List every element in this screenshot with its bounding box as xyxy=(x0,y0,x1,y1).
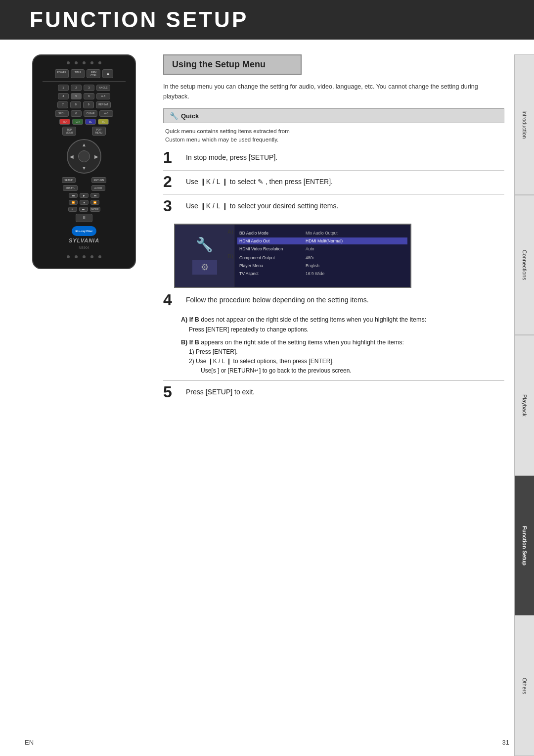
step4-b-sub2: 2) Use ❙K / L ❙ to select options, then … xyxy=(189,357,504,366)
remote-nav-left[interactable]: ◀ xyxy=(70,153,74,159)
remote-angle-btn[interactable]: ANGLE xyxy=(96,85,110,91)
setup-row-6: TV Aspect 16:9 Wide xyxy=(237,270,407,277)
remote-yellow-btn[interactable]: YL xyxy=(98,119,109,125)
step-2-text: Use ❙K / L ❙ to select ✎ , then press [E… xyxy=(186,178,333,186)
remote-rew-btn[interactable]: ⏪ xyxy=(69,200,78,205)
remote-nav-up[interactable]: ▲ xyxy=(82,142,87,147)
remote-red-btn[interactable]: RD xyxy=(59,119,70,125)
remote-next-btn[interactable]: ⏭ xyxy=(90,193,99,198)
blu-ray-logo: Blu-ray Disc xyxy=(72,226,96,236)
step-4-number: 4 xyxy=(163,292,181,308)
intro-text: In the setup menu you can change the set… xyxy=(163,82,504,101)
step-5: 5 Press [SETUP] to exit. xyxy=(163,386,504,405)
remote-top-menu-btn[interactable]: TOPMENU xyxy=(62,127,76,136)
step4-b-subs: 1) Press [ENTER]. 2) Use ❙K / L ❙ to sel… xyxy=(189,347,504,376)
remote-dot xyxy=(98,61,101,64)
remote-power-btn[interactable]: POWER xyxy=(55,69,69,78)
remote-btn-9[interactable]: 9 xyxy=(83,101,94,108)
remote-btn-6[interactable]: 6 xyxy=(84,93,94,99)
setup-icon2: ⚙ xyxy=(192,260,217,275)
step-4-content: Follow the procedure below depending on … xyxy=(186,294,504,305)
step4-a-sub: Press [ENTER] repeatedly to change optio… xyxy=(189,326,309,333)
sylvania-brand: SYLVANIA xyxy=(69,237,99,243)
remote-skip-btn[interactable]: ⏭ xyxy=(79,207,88,212)
remote-stop-btn[interactable]: ■ xyxy=(80,200,89,205)
remote-btn-4[interactable]: 4 xyxy=(58,93,69,99)
remote-slow-btn[interactable]: ⏸ xyxy=(68,207,77,212)
tab-others-label: Others xyxy=(522,678,528,694)
tab-playback[interactable]: Playback xyxy=(514,335,534,475)
remote-repeat-btn2[interactable]: REPEAT xyxy=(96,101,111,108)
tab-function-setup-label: Function Setup xyxy=(522,526,528,566)
setup-row-4: Component Output 480i xyxy=(237,254,407,261)
remote-nav-down[interactable]: ▼ xyxy=(82,165,87,171)
remote-btn-5[interactable]: 5 xyxy=(71,93,82,99)
step-5-text: Press [SETUP] to exit. xyxy=(186,388,255,396)
quick-box: 🔧 Quick xyxy=(163,108,504,123)
tab-connections[interactable]: Connections xyxy=(514,195,534,335)
remote-title-btn[interactable]: TITLE xyxy=(71,69,85,78)
remote-btn-8[interactable]: 8 xyxy=(70,101,81,108)
right-panel: Using the Setup Menu In the setup menu y… xyxy=(153,54,534,756)
setup-row-1-label: BD Audio Mode xyxy=(239,231,304,236)
remote-nav-right[interactable]: ▶ xyxy=(94,153,98,159)
remote-dot xyxy=(98,255,101,258)
setup-row-1-value: Mix Audio Output xyxy=(306,231,338,236)
tab-function-setup[interactable]: Function Setup xyxy=(514,475,534,616)
tab-others[interactable]: Others xyxy=(514,615,534,756)
blu-ray-text: Blu-ray Disc xyxy=(75,230,92,233)
remote-setup-btn[interactable]: SETUP xyxy=(62,177,76,183)
setup-menu-list: A) BD Audio Mode Mix Audio Output HDMI A… xyxy=(234,225,410,287)
remote-repeat-btn[interactable]: A-B xyxy=(96,93,110,99)
remote-playback-row1: ⏮ ▶ ⏭ xyxy=(69,193,99,198)
remote-prev-btn[interactable]: ⏮ xyxy=(69,193,78,198)
remote-ab-btn[interactable]: A-B xyxy=(99,110,113,117)
step-1-text: In stop mode, press [SETUP]. xyxy=(186,153,277,161)
remote-clear-btn[interactable]: CLEAR xyxy=(84,110,97,117)
remote-pop-menu-btn[interactable]: POPMENU xyxy=(92,127,106,136)
remote-green-btn[interactable]: GR xyxy=(72,119,83,125)
remote-ff-btn[interactable]: ⏩ xyxy=(90,200,99,205)
remote-top-row: POWER TITLE REMCTRL ▲ xyxy=(55,69,114,78)
remote-nav-circle: ▲ ▼ ◀ ▶ xyxy=(67,139,101,174)
section-title: Using the Setup Menu xyxy=(163,54,302,75)
quick-label: Quick xyxy=(181,112,199,120)
remote-btn-3[interactable]: 3 xyxy=(84,85,94,91)
remote-divider xyxy=(43,81,125,82)
remote-search-btn[interactable]: SRCH xyxy=(55,110,69,117)
remote-dot xyxy=(83,61,86,64)
remote-mode-btn[interactable]: MODE xyxy=(90,207,100,212)
remote-menu-btn[interactable]: REMCTRL xyxy=(87,69,100,78)
step-2: 2 Use ❙K / L ❙ to select ✎ , then press … xyxy=(163,176,504,195)
remote-btn-2[interactable]: 2 xyxy=(71,85,82,91)
remote-play-btn[interactable]: ▶ xyxy=(80,193,89,198)
remote-enter-btn[interactable] xyxy=(78,150,90,162)
page-footer: EN 31 xyxy=(0,739,534,746)
tab-introduction[interactable]: Introduction xyxy=(514,54,534,195)
page-title: FUNCTION SETUP xyxy=(30,7,248,32)
remote-blue-btn[interactable]: BL xyxy=(85,119,96,125)
setup-wrench-icon: 🔧 xyxy=(196,236,213,253)
remote-dot xyxy=(67,255,70,258)
remote-subtitle-row: SUBTTL AUDIO xyxy=(63,185,105,191)
remote-open-btn[interactable]: ▲ xyxy=(102,69,113,78)
wrench-icon: 🔧 xyxy=(170,112,178,120)
step-3: 3 Use ❙K / L ❙ to select your desired se… xyxy=(163,200,504,219)
remote-dot xyxy=(75,255,78,258)
remote-subtitle-btn[interactable]: SUBTTL xyxy=(63,185,77,191)
remote-pause-btn[interactable]: ⏸ xyxy=(76,214,92,222)
step4-a-text: does not appear on the right side of the… xyxy=(201,316,426,323)
step-4-text: Follow the procedure below depending on … xyxy=(186,296,369,304)
quick-desc-line1: Quick menu contains setting items extrac… xyxy=(165,128,290,134)
remote-audio-btn[interactable]: AUDIO xyxy=(91,185,105,191)
remote-btn-0[interactable]: 0 xyxy=(71,110,82,117)
step-3-number: 3 xyxy=(163,198,181,214)
quick-description: Quick menu contains setting items extrac… xyxy=(163,127,504,144)
step4-b-label: B) If B xyxy=(181,339,199,346)
quick-desc-line2: Custom menu which may be used frequently… xyxy=(165,137,278,142)
remote-btn-7[interactable]: 7 xyxy=(57,101,68,108)
remote-return-btn[interactable]: RETURN xyxy=(91,177,107,183)
remote-btn-1[interactable]: 1 xyxy=(58,85,69,91)
footer-left: EN xyxy=(25,739,34,746)
step4-item-b: B) If B appears on the right side of the… xyxy=(181,337,504,376)
